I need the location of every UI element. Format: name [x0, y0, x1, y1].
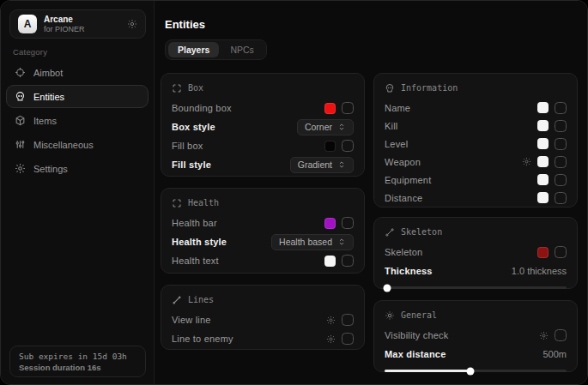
slider-thumb[interactable]	[466, 367, 474, 375]
panel-title: Box	[188, 83, 203, 93]
health-bar-checkbox[interactable]	[342, 217, 354, 229]
box-panel-header: Box	[172, 81, 354, 95]
health-text-checkbox[interactable]	[342, 255, 354, 267]
sidebar-item-label: Entities	[33, 92, 64, 102]
setting-label: Equipment	[385, 175, 431, 185]
brand-subtitle: for PIONER	[44, 25, 85, 33]
slider-thumb[interactable]	[384, 284, 391, 292]
setting-row: Thickness 1.0 thickness	[385, 262, 567, 280]
bone-icon	[385, 227, 395, 238]
crosshair-icon	[15, 67, 26, 78]
color-swatch[interactable]	[324, 256, 336, 267]
health-panel-header: Health	[172, 196, 354, 210]
color-swatch[interactable]	[537, 192, 549, 203]
weapon-checkbox[interactable]	[555, 156, 567, 168]
color-swatch[interactable]	[537, 247, 549, 258]
general-panel-header: General	[385, 308, 567, 322]
sidebar: A Arcane for PIONER Category Aimbot	[1, 1, 155, 384]
color-swatch[interactable]	[324, 141, 336, 152]
bounding-box-checkbox[interactable]	[342, 102, 354, 114]
lines-panel-header: Lines	[172, 292, 354, 307]
setting-label: Thickness	[385, 266, 433, 276]
kill-checkbox[interactable]	[555, 120, 567, 132]
health-style-dropdown[interactable]: Health based	[271, 234, 354, 250]
fill-box-checkbox[interactable]	[342, 140, 354, 152]
setting-row: Name	[385, 99, 567, 117]
color-swatch[interactable]	[324, 103, 336, 114]
color-swatch[interactable]	[324, 218, 336, 229]
setting-row: Equipment	[385, 171, 567, 189]
setting-label: Distance	[385, 193, 422, 203]
sidebar-item-label: Aimbot	[33, 68, 63, 78]
view-line-checkbox[interactable]	[342, 314, 354, 326]
lines-panel: Lines View line Line to enemy	[161, 285, 365, 350]
panel-title: Lines	[188, 295, 214, 304]
main-content: Entities Players NPCs Box Bounding box	[155, 1, 587, 384]
color-swatch[interactable]	[537, 120, 549, 131]
dropdown-value: Corner	[305, 122, 332, 132]
color-swatch[interactable]	[537, 102, 549, 113]
category-label: Category	[13, 47, 47, 57]
setting-label: Box style	[172, 122, 215, 132]
app-logo: A	[18, 15, 37, 33]
skeleton-panel-header: Skeleton	[385, 225, 567, 239]
setting-row: Bounding box	[172, 99, 354, 117]
panel-title: Information	[401, 83, 458, 93]
visibility-check-checkbox[interactable]	[555, 329, 567, 341]
sidebar-item-items[interactable]: Items	[6, 109, 149, 132]
sub-expiry-text: Sub expires in 15d 03h	[19, 352, 136, 361]
dropdown-value: Gradient	[298, 159, 332, 170]
box-panel: Box Bounding box Box style Corner	[161, 73, 365, 177]
setting-label: Fill style	[172, 159, 211, 170]
thickness-slider[interactable]	[385, 286, 567, 289]
sidebar-item-settings[interactable]: Settings	[6, 157, 149, 180]
setting-row: Health text	[172, 251, 354, 270]
sun-icon	[385, 310, 395, 321]
color-swatch[interactable]	[537, 156, 549, 167]
sidebar-nav: Aimbot Entities Items Miscellaneous	[6, 61, 149, 180]
setting-row: Max distance 500m	[385, 345, 567, 364]
max-distance-slider[interactable]	[385, 370, 567, 372]
level-checkbox[interactable]	[555, 138, 567, 150]
name-checkbox[interactable]	[555, 102, 567, 114]
brand-name: Arcane	[44, 15, 85, 25]
color-swatch[interactable]	[537, 138, 549, 149]
gear-icon	[15, 163, 26, 174]
fill-style-dropdown[interactable]: Gradient	[290, 157, 354, 173]
sidebar-item-entities[interactable]: Entities	[6, 85, 149, 108]
sidebar-item-aimbot[interactable]: Aimbot	[6, 61, 149, 84]
tab-players[interactable]: Players	[168, 42, 219, 57]
tab-npcs[interactable]: NPCs	[221, 42, 263, 57]
distance-checkbox[interactable]	[555, 192, 567, 204]
gear-icon[interactable]	[127, 19, 137, 29]
line-to-enemy-checkbox[interactable]	[342, 333, 354, 345]
setting-row: Fill box	[172, 136, 354, 155]
sidebar-item-label: Settings	[33, 164, 68, 174]
setting-row: Skeleton	[385, 243, 567, 262]
page-title: Entities	[165, 18, 205, 31]
gear-icon[interactable]	[326, 334, 336, 344]
setting-row: Health style Health based	[172, 232, 354, 251]
setting-row: Kill	[385, 117, 567, 135]
sidebar-item-miscellaneous[interactable]: Miscellaneous	[6, 133, 149, 156]
color-swatch[interactable]	[537, 174, 549, 185]
dropdown-value: Health based	[279, 237, 332, 247]
setting-label: Health bar	[172, 218, 217, 228]
setting-row: Box style Corner	[172, 117, 354, 136]
gear-icon[interactable]	[326, 316, 336, 325]
box-style-dropdown[interactable]: Corner	[297, 119, 354, 135]
setting-label: Max distance	[385, 349, 446, 359]
setting-row: Visibility check	[385, 326, 567, 345]
skeleton-checkbox[interactable]	[555, 246, 567, 258]
setting-label: View line	[172, 315, 211, 325]
gear-icon[interactable]	[539, 331, 549, 340]
setting-label: Fill box	[172, 141, 203, 151]
thickness-value: 1.0 thickness	[512, 266, 567, 276]
selector-icon	[337, 238, 346, 246]
brand-card: A Arcane for PIONER	[9, 9, 146, 39]
setting-row: Fill style Gradient	[172, 155, 354, 174]
equipment-checkbox[interactable]	[555, 174, 567, 186]
app-window: A Arcane for PIONER Category Aimbot	[0, 0, 588, 385]
setting-label: Line to enemy	[172, 334, 233, 344]
gear-icon[interactable]	[522, 157, 531, 166]
